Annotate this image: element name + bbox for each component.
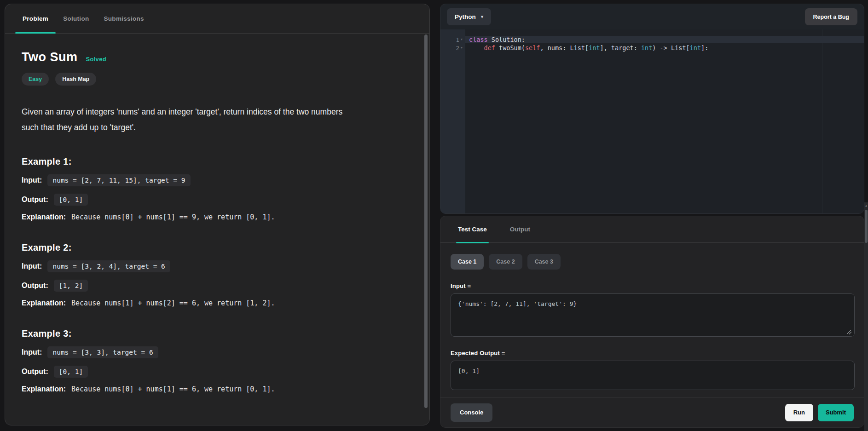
difficulty-tag[interactable]: Easy bbox=[22, 73, 49, 86]
example-3-input-row: Input: nums = [3, 3], target = 6 bbox=[22, 346, 413, 358]
tab-problem[interactable]: Problem bbox=[15, 4, 56, 33]
example-3-output-code: [0, 1] bbox=[54, 366, 88, 378]
explanation-label: Explanation: bbox=[22, 299, 66, 307]
code-token: twoSum bbox=[495, 44, 521, 52]
solved-status-badge: Solved bbox=[86, 56, 106, 63]
example-2-output-code: [1, 2] bbox=[54, 280, 88, 292]
input-label: Input: bbox=[22, 348, 42, 356]
chevron-down-icon: ▾ bbox=[481, 14, 484, 19]
editor-toolbar: Python ▾ Report a Bug bbox=[440, 4, 864, 29]
page-scrollbar-thumb[interactable] bbox=[865, 210, 868, 243]
example-1-input-code: nums = [2, 7, 11, 15], target = 9 bbox=[47, 174, 190, 186]
code-token: [ bbox=[585, 44, 589, 52]
line-number-1: 1 bbox=[456, 36, 459, 43]
example-2-explanation-row: Explanation: Because nums[1] + nums[2] =… bbox=[22, 299, 413, 307]
code-token: int bbox=[589, 44, 600, 52]
code-token: ]: bbox=[701, 44, 708, 52]
code-token: int bbox=[641, 44, 652, 52]
example-2-heading: Example 2: bbox=[22, 242, 413, 253]
expected-output-label: Expected Output = bbox=[451, 350, 854, 356]
problem-panel: Problem Solution Submissions Two Sum Sol… bbox=[5, 4, 430, 425]
expected-output-textarea[interactable]: [0, 1] bbox=[451, 361, 855, 390]
code-token: self bbox=[525, 44, 540, 52]
code-editor-panel: Python ▾ Report a Bug 1 ▾ class Solution… bbox=[440, 4, 864, 214]
line-number-2: 2 bbox=[456, 45, 459, 52]
example-2-output-row: Output: [1, 2] bbox=[22, 280, 413, 292]
testcase-tabbar: Test Case Output bbox=[440, 216, 864, 243]
code-token: [ bbox=[686, 44, 690, 52]
code-token: class bbox=[469, 36, 488, 43]
fold-arrow-icon[interactable]: ▾ bbox=[461, 46, 463, 50]
output-label: Output: bbox=[22, 282, 48, 290]
example-1-explanation-text: Because nums[0] + nums[1] == 9, we retur… bbox=[71, 213, 275, 221]
explanation-label: Explanation: bbox=[22, 385, 66, 393]
code-token: , target: bbox=[604, 44, 641, 52]
example-2-explanation-text: Because nums[1] + nums[2] == 6, we retur… bbox=[71, 299, 275, 307]
input-label: Input: bbox=[22, 176, 42, 184]
code-token: List bbox=[570, 44, 585, 52]
tab-submissions[interactable]: Submissions bbox=[97, 4, 151, 33]
fold-arrow-icon[interactable]: ▾ bbox=[461, 38, 463, 41]
language-selector[interactable]: Python ▾ bbox=[447, 8, 491, 25]
output-label: Output: bbox=[22, 195, 48, 204]
code-token: int bbox=[690, 44, 701, 52]
editor-gutter bbox=[440, 29, 465, 213]
testcase-input-textarea[interactable]: {'nums': [2, 7, 11], 'target': 9} bbox=[451, 293, 855, 337]
example-3-input-code: nums = [3, 3], target = 6 bbox=[47, 346, 158, 358]
output-label: Output: bbox=[22, 368, 48, 376]
example-1-heading: Example 1: bbox=[22, 156, 413, 167]
case-2-button[interactable]: Case 2 bbox=[489, 254, 522, 270]
code-token: ] bbox=[600, 44, 604, 52]
input-field-label: Input = bbox=[451, 282, 854, 289]
editor-ruler bbox=[822, 29, 822, 213]
topic-tag[interactable]: Hash Map bbox=[55, 73, 96, 86]
code-token: def bbox=[484, 44, 495, 52]
example-3-heading: Example 3: bbox=[22, 328, 413, 339]
example-3-explanation-row: Explanation: Because nums[0] + nums[1] =… bbox=[22, 385, 413, 393]
code-token: ( bbox=[521, 44, 525, 52]
code-token: , nums: bbox=[540, 44, 570, 52]
input-label: Input: bbox=[22, 262, 42, 270]
problem-description: Given an array of integers 'nums' and an… bbox=[22, 104, 344, 135]
example-1-output-code: [0, 1] bbox=[54, 194, 88, 206]
code-line-1[interactable]: 1 ▾ class Solution: bbox=[440, 35, 864, 44]
problem-tabbar: Problem Solution Submissions bbox=[5, 4, 429, 34]
report-bug-button[interactable]: Report a Bug bbox=[805, 8, 857, 25]
example-1-input-row: Input: nums = [2, 7, 11, 15], target = 9 bbox=[22, 174, 413, 186]
testcase-body: Case 1 Case 2 Case 3 Input = {'nums': [2… bbox=[440, 254, 864, 390]
problem-panel-scrollbar[interactable] bbox=[424, 34, 428, 408]
case-1-button[interactable]: Case 1 bbox=[451, 254, 484, 270]
example-2-input-code: nums = [3, 2, 4], target = 6 bbox=[47, 260, 170, 272]
example-1-explanation-row: Explanation: Because nums[0] + nums[1] =… bbox=[22, 213, 413, 221]
language-selector-value: Python bbox=[455, 13, 476, 20]
problem-content: Two Sum Solved Easy Hash Map Given an ar… bbox=[5, 50, 429, 393]
tab-solution[interactable]: Solution bbox=[56, 4, 96, 33]
code-token: ) -> bbox=[652, 44, 671, 52]
code-token: Solution: bbox=[488, 36, 525, 43]
console-button[interactable]: Console bbox=[451, 403, 492, 422]
tab-test-case[interactable]: Test Case bbox=[456, 216, 489, 242]
resize-handle-icon[interactable] bbox=[847, 330, 851, 334]
testcase-footer: Console Run Submit bbox=[440, 397, 864, 427]
run-button[interactable]: Run bbox=[785, 404, 813, 421]
code-token: List bbox=[671, 44, 686, 52]
explanation-label: Explanation: bbox=[22, 213, 66, 221]
code-line-2[interactable]: 2 ▾ def twoSum(self, nums: List[int], ta… bbox=[440, 44, 864, 52]
example-3-output-row: Output: [0, 1] bbox=[22, 366, 413, 378]
testcase-panel: Test Case Output Case 1 Case 2 Case 3 In… bbox=[440, 216, 864, 428]
page-title: Two Sum bbox=[22, 50, 78, 64]
example-2-input-row: Input: nums = [3, 2, 4], target = 6 bbox=[22, 260, 413, 272]
code-editor[interactable]: 1 ▾ class Solution: 2 ▾ def twoSum(self,… bbox=[440, 29, 864, 213]
code-token bbox=[469, 44, 484, 52]
scrollbar-up-arrow-icon[interactable]: ▲ bbox=[864, 204, 868, 207]
example-1-output-row: Output: [0, 1] bbox=[22, 194, 413, 206]
example-3-explanation-text: Because nums[0] + nums[1] == 6, we retur… bbox=[71, 385, 275, 393]
tab-output[interactable]: Output bbox=[508, 216, 532, 242]
case-3-button[interactable]: Case 3 bbox=[527, 254, 561, 270]
submit-button[interactable]: Submit bbox=[818, 404, 854, 421]
page-scrollbar[interactable]: ▲ bbox=[864, 202, 868, 431]
